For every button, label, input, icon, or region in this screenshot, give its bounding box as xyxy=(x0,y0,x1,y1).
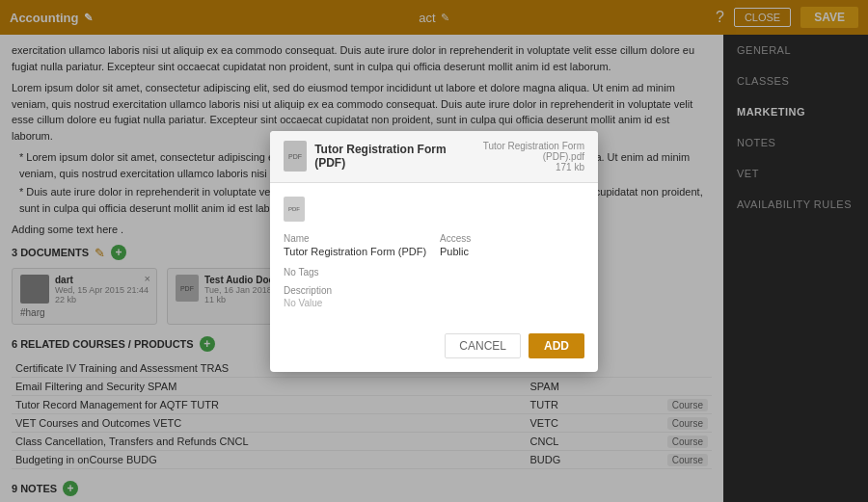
modal-header-size: 171 kb xyxy=(458,162,584,172)
modal-name-field: Name Tutor Registration Form (PDF) xyxy=(284,233,428,257)
modal-desc-label: Description xyxy=(284,285,584,296)
modal-header-file: Tutor Registration Form (PDF).pdf xyxy=(458,141,584,162)
modal-file-row: PDF xyxy=(284,197,584,222)
modal-dialog: PDF Tutor Registration Form (PDF) Tutor … xyxy=(270,131,598,372)
modal-header: PDF Tutor Registration Form (PDF) Tutor … xyxy=(270,131,598,183)
cancel-button[interactable]: CANCEL xyxy=(445,333,521,358)
modal-file-pdf-icon: PDF xyxy=(284,197,305,222)
modal-header-left: PDF Tutor Registration Form (PDF) xyxy=(284,141,458,172)
modal-access-label: Access xyxy=(440,233,584,244)
modal-title: Tutor Registration Form (PDF) xyxy=(314,143,457,170)
modal-overlay[interactable]: PDF Tutor Registration Form (PDF) Tutor … xyxy=(0,0,868,502)
modal-pdf-icon: PDF xyxy=(284,141,307,172)
modal-desc-value: No Value xyxy=(284,298,584,308)
modal-footer: CANCEL ADD xyxy=(270,333,598,372)
modal-body: PDF Name Tutor Registration Form (PDF) A… xyxy=(270,183,598,333)
modal-access-field: Access Public xyxy=(440,233,584,257)
modal-name-label: Name xyxy=(284,233,428,244)
modal-field-row: Name Tutor Registration Form (PDF) Acces… xyxy=(284,233,584,257)
modal-name-value: Tutor Registration Form (PDF) xyxy=(284,246,428,257)
modal-desc-row: Description No Value xyxy=(284,285,584,308)
modal-header-right: Tutor Registration Form (PDF).pdf 171 kb xyxy=(458,141,584,172)
modal-tags-row: No Tags xyxy=(284,267,584,277)
add-button[interactable]: ADD xyxy=(529,333,584,358)
modal-access-value: Public xyxy=(440,246,584,257)
modal-tags-label: No Tags xyxy=(284,267,584,277)
